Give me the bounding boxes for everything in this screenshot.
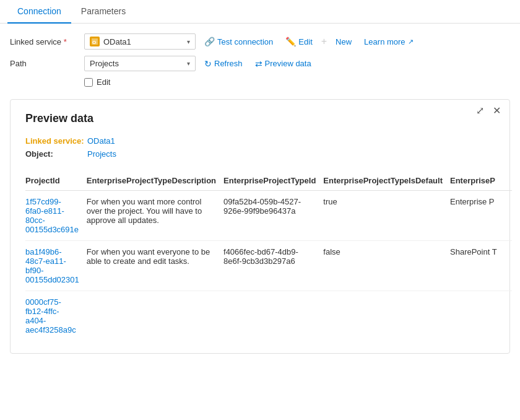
tab-connection[interactable]: Connection (7, 0, 71, 24)
table-cell-projectid: ba1f49b6-48c7-ea11-bf90-00155dd02301 (25, 241, 87, 291)
svg-text:O: O (92, 40, 96, 45)
tabs-bar: Connection Parameters (0, 0, 520, 24)
panel-toolbar: ⤢ ✕ (474, 105, 503, 117)
table-cell-projectid: 0000cf75-fb12-4ffc-a404-aec4f3258a9c (25, 291, 87, 341)
edit-button[interactable]: ✏️ Edit (282, 34, 316, 49)
edit-checkbox-label: Edit (97, 77, 110, 87)
path-row: Path Projects ▾ ↻ Refresh ⇄ Preview data (10, 56, 510, 71)
linked-service-select[interactable]: O OData1 ▾ (84, 33, 196, 50)
tab-parameters[interactable]: Parameters (71, 0, 136, 24)
preview-table: ProjectId EnterpriseProjectTypeDescripti… (25, 171, 512, 341)
divider: + (321, 36, 327, 47)
path-value: Projects (90, 59, 119, 68)
external-link-icon: ↗ (408, 38, 414, 46)
table-cell-enterprisep (450, 291, 512, 341)
info-linked-service-row: Linked service: OData1 (25, 136, 495, 146)
expand-button[interactable]: ⤢ (474, 105, 487, 117)
table-cell-enterprisep: Enterprise P (450, 191, 512, 241)
table-cell-projectid: 1f57cd99-6fa0-e811-80cc-00155d3c691e (25, 191, 87, 241)
close-button[interactable]: ✕ (490, 105, 503, 117)
table-header-row: ProjectId EnterpriseProjectTypeDescripti… (25, 171, 512, 191)
odata-service-icon: O (90, 37, 100, 46)
edit-checkbox[interactable] (84, 78, 93, 87)
table-cell-enterpriseprojecttypedescription (87, 291, 223, 341)
col-header-desc: EnterpriseProjectTypeDescription (87, 171, 223, 191)
new-button[interactable]: New (332, 35, 355, 49)
col-header-isdefault: EnterpriseProjectTypeIsDefault (323, 171, 450, 191)
refresh-icon: ↻ (204, 59, 212, 69)
test-connection-button[interactable]: 🔗 Test connection (201, 34, 277, 49)
path-select[interactable]: Projects ▾ (84, 56, 196, 71)
table-cell-enterprisep: SharePoint T (450, 241, 512, 291)
table-cell-enterpriseprojecttypeid (223, 291, 323, 341)
panel-title: Preview data (25, 112, 495, 125)
edit-checkbox-row: Edit (84, 77, 510, 87)
learn-more-button[interactable]: Learn more ↗ (360, 35, 417, 49)
linked-service-row: Linked service * O OData1 ▾ 🔗 Test conne… (10, 33, 510, 50)
test-connection-icon: 🔗 (204, 37, 215, 46)
info-linked-service-label: Linked service: (25, 136, 87, 146)
table-cell-enterpriseprojecttypedescription: For when you want everyone to be able to… (87, 241, 223, 291)
path-chevron: ▾ (187, 60, 190, 67)
table-cell-enterpriseprojecttypeid: f4066fec-bd67-4db9-8e6f-9cb3d3b297a6 (223, 241, 323, 291)
linked-service-chevron: ▾ (187, 38, 190, 45)
col-header-typeid: EnterpriseProjectTypeId (223, 171, 323, 191)
table-body: 1f57cd99-6fa0-e811-80cc-00155d3c691eFor … (25, 191, 512, 341)
info-object-label: Object: (25, 149, 87, 159)
table-cell-enterpriseprojecttypedescription: For when you want more control over the … (87, 191, 223, 241)
linked-service-value: OData1 (103, 37, 131, 46)
table-row: 0000cf75-fb12-4ffc-a404-aec4f3258a9c (25, 291, 512, 341)
refresh-button[interactable]: ↻ Refresh (201, 56, 246, 71)
preview-panel: ⤢ ✕ Preview data Linked service: OData1 … (10, 99, 510, 354)
table-cell-enterpriseprojecttypeid: 09fa52b4-059b-4527-926e-99f9be96437a (223, 191, 323, 241)
col-header-ep: EnterpriseP (450, 171, 512, 191)
panel-content: Preview data Linked service: OData1 Obje… (11, 100, 509, 353)
form-area: Linked service * O OData1 ▾ 🔗 Test conne… (0, 24, 520, 94)
table-row: 1f57cd99-6fa0-e811-80cc-00155d3c691eFor … (25, 191, 512, 241)
linked-service-label: Linked service * (10, 37, 84, 46)
table-cell-enterpriseprojecttypeisdefault: false (323, 241, 450, 291)
linked-service-controls: O OData1 ▾ 🔗 Test connection ✏️ Edit + N… (84, 33, 417, 50)
info-object-value[interactable]: Projects (87, 149, 116, 159)
edit-icon: ✏️ (285, 37, 296, 46)
table-row: ba1f49b6-48c7-ea11-bf90-00155dd02301For … (25, 241, 512, 291)
table-cell-enterpriseprojecttypeisdefault: true (323, 191, 450, 241)
path-controls: Projects ▾ ↻ Refresh ⇄ Preview data (84, 56, 315, 71)
preview-data-button[interactable]: ⇄ Preview data (251, 56, 315, 71)
col-header-projectid: ProjectId (25, 171, 87, 191)
info-object-row: Object: Projects (25, 149, 495, 159)
table-cell-enterpriseprojecttypeisdefault (323, 291, 450, 341)
info-linked-service-value[interactable]: OData1 (87, 136, 115, 146)
preview-icon: ⇄ (255, 59, 262, 69)
path-label: Path (10, 59, 84, 68)
